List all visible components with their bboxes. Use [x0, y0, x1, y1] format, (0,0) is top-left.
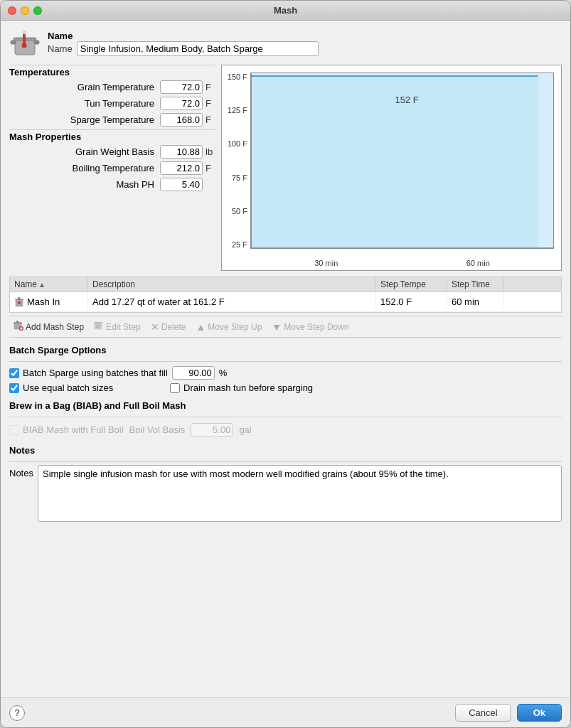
biab-row: BIAB Mash with Full Boil Boil Vol Basis … — [9, 420, 562, 439]
col-header-step-temp: Step Tempe — [376, 277, 447, 291]
equal-sizes-checkbox[interactable] — [9, 383, 19, 393]
ok-button[interactable]: Ok — [517, 704, 562, 722]
y-label-50: 50 F — [232, 207, 247, 215]
window-title: Mash — [274, 5, 297, 16]
mash-step-icon — [14, 296, 24, 308]
notes-header: Notes — [9, 444, 562, 459]
help-icon: ? — [14, 707, 19, 718]
y-label-100: 100 F — [228, 139, 247, 148]
vol-unit: gal — [239, 424, 251, 435]
name-field-section: Name Name — [48, 31, 319, 56]
left-panel: Temperatures Grain Temperature F Tun Tem… — [9, 65, 215, 271]
drain-text: Drain mash tun before sparging — [183, 382, 313, 393]
chart-y-axis: 150 F 125 F 100 F 75 F 50 F 25 F — [222, 73, 250, 249]
notes-label: Notes — [9, 465, 33, 478]
edit-step-icon — [94, 321, 104, 333]
y-label-150: 150 F — [228, 73, 247, 81]
sparge-temp-unit: F — [206, 114, 215, 125]
grain-weight-unit: lb — [206, 146, 215, 157]
title-bar: Mash — [1, 1, 570, 21]
tun-temp-input[interactable] — [160, 97, 203, 110]
maximize-button[interactable] — [33, 6, 42, 15]
help-button[interactable]: ? — [9, 705, 25, 721]
col-header-step-time: Step Time — [447, 277, 504, 291]
table-row[interactable]: Mash In Add 17.27 qt of water at 161.2 F… — [10, 292, 561, 312]
row-step-time: 60 min — [447, 294, 504, 309]
mash-icon — [9, 28, 41, 59]
edit-step-button[interactable]: Edit Step — [90, 319, 145, 334]
mash-ph-input[interactable] — [160, 178, 203, 191]
name-field-label: Name — [48, 43, 73, 54]
batch-fill-unit: % — [219, 368, 228, 378]
drain-label[interactable]: Drain mash tun before sparging — [170, 382, 313, 393]
cancel-button[interactable]: Cancel — [455, 704, 511, 722]
move-up-icon: ▲ — [196, 321, 206, 333]
biab-checkbox-label[interactable]: BIAB Mash with Full Boil — [9, 424, 124, 435]
chart-panel: 150 F 125 F 100 F 75 F 50 F 25 F — [221, 65, 562, 271]
main-window: Mash — [0, 0, 571, 728]
sparge-temp-input[interactable] — [160, 113, 203, 127]
svg-rect-6 — [23, 31, 26, 34]
svg-point-5 — [22, 43, 27, 48]
minimize-button[interactable] — [21, 6, 29, 15]
sort-arrow-icon: ▲ — [38, 281, 46, 289]
biab-label: BIAB Mash with Full Boil — [23, 424, 124, 435]
notes-textarea[interactable]: Simple single infusion mash for use with… — [38, 465, 562, 522]
row-step-temp: 152.0 F — [376, 294, 447, 309]
mash-properties-header: Mash Properties — [9, 129, 215, 144]
delete-label: Delete — [161, 322, 186, 332]
equal-sizes-text: Use equal batch sizes — [23, 382, 113, 393]
move-up-label: Move Step Up — [208, 322, 262, 332]
grain-weight-row: Grain Weight Basis lb — [9, 144, 215, 160]
boiling-temp-unit: F — [206, 163, 215, 173]
add-mash-step-button[interactable]: Add Mash Step — [9, 319, 88, 334]
boiling-temp-input[interactable] — [160, 161, 203, 175]
y-label-125: 125 F — [228, 106, 247, 114]
biab-checkbox[interactable] — [9, 425, 19, 435]
row-name: Mash In — [10, 294, 88, 310]
move-down-button[interactable]: ▼ Move Step Down — [267, 320, 353, 334]
svg-rect-3 — [34, 41, 39, 44]
svg-rect-21 — [94, 322, 102, 323]
row-name-text: Mash In — [27, 296, 60, 307]
batch-sparge-section: Batch Sparge Options Batch Sparge using … — [9, 343, 562, 395]
divider-3 — [9, 461, 562, 462]
mash-name-input[interactable] — [77, 41, 319, 56]
main-row: Temperatures Grain Temperature F Tun Tem… — [9, 65, 562, 271]
drain-checkbox[interactable] — [170, 383, 180, 393]
boiling-temp-row: Boiling Temperature F — [9, 160, 215, 176]
svg-rect-2 — [11, 41, 16, 44]
action-buttons: Cancel Ok — [455, 704, 562, 722]
row-extra — [504, 300, 561, 304]
svg-rect-12 — [18, 297, 20, 300]
sparge-temp-label: Sparge Temperature — [9, 114, 157, 125]
window-controls — [8, 6, 42, 15]
col-header-description: Description — [88, 277, 376, 291]
vol-basis-label: Boil Vol Basis — [129, 424, 186, 435]
grain-weight-input[interactable] — [160, 145, 203, 159]
name-input-row: Name — [48, 41, 319, 56]
divider-1 — [9, 361, 562, 362]
chart-drawing-area: 152 F — [250, 73, 554, 249]
batch-fill-label[interactable]: Batch Sparge using batches that fill — [9, 368, 168, 378]
move-up-button[interactable]: ▲ Move Step Up — [191, 320, 266, 334]
grain-temp-input[interactable] — [160, 80, 203, 94]
mash-steps-table: Name ▲ Description Step Tempe Step Time — [9, 277, 562, 313]
y-label-25: 25 F — [232, 240, 247, 249]
delete-step-button[interactable]: ✕ Delete — [146, 320, 191, 334]
mash-ph-row: Mash PH — [9, 176, 215, 193]
y-label-75: 75 F — [232, 173, 247, 182]
add-step-icon — [14, 321, 23, 333]
batch-fill-checkbox[interactable] — [9, 368, 19, 378]
equal-sizes-label[interactable]: Use equal batch sizes — [9, 382, 166, 393]
svg-point-13 — [18, 301, 21, 304]
content-area: Name Name Temperatures Grain Temperature… — [1, 21, 570, 697]
notes-section: Notes Notes Simple single infusion mash … — [9, 444, 562, 522]
batch-fill-input[interactable] — [172, 366, 215, 380]
col-header-name: Name ▲ — [10, 277, 88, 291]
chart-x-axis: 30 min 60 min — [250, 259, 554, 267]
close-button[interactable] — [8, 6, 16, 15]
grain-weight-label: Grain Weight Basis — [9, 146, 157, 157]
add-step-label: Add Mash Step — [26, 322, 84, 332]
delete-icon: ✕ — [151, 321, 159, 333]
